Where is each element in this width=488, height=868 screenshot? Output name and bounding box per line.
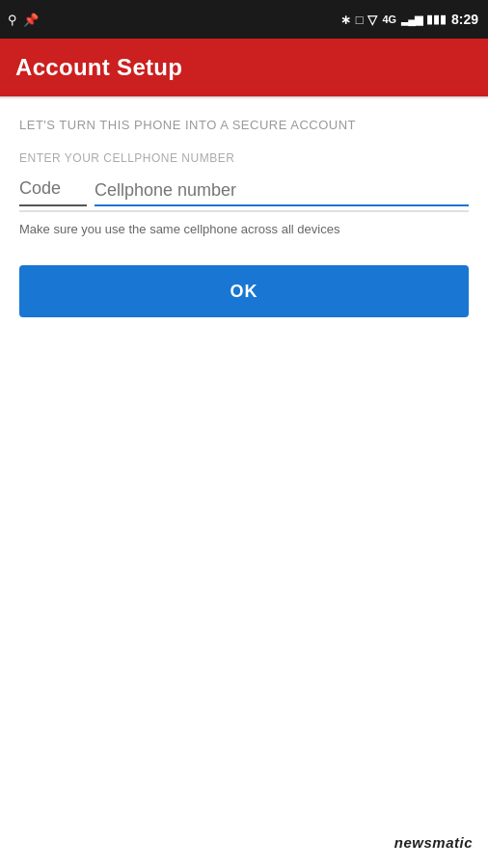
status-time: 8:29 (451, 12, 478, 27)
app-bar: Account Setup (0, 39, 488, 96)
content-area: LET'S TURN THIS PHONE INTO A SECURE ACCO… (0, 98, 488, 317)
4g-icon: 4G (382, 14, 396, 25)
pin-icon: 📌 (23, 13, 39, 27)
helper-text: Make sure you use the same cellphone acr… (19, 222, 469, 236)
status-bar-left: ⚲ 📌 (8, 13, 39, 27)
battery-icon: ▮▮▮ (426, 13, 447, 26)
ok-button[interactable]: OK (19, 265, 469, 317)
field-label: ENTER YOUR CELLPHONE NUMBER (19, 151, 469, 165)
section-title: LET'S TURN THIS PHONE INTO A SECURE ACCO… (19, 118, 469, 132)
code-input-wrapper (19, 175, 87, 206)
location-icon: ⚲ (8, 13, 17, 27)
signal-icon: □ (356, 13, 364, 27)
wifi-icon: ▽ (367, 13, 377, 27)
status-bar-right: ∗ □ ▽ 4G ▂▄▆ ▮▮▮ 8:29 (340, 12, 478, 27)
branding: newsmatic (394, 834, 473, 851)
country-code-input[interactable] (19, 175, 87, 203)
status-bar: ⚲ 📌 ∗ □ ▽ 4G ▂▄▆ ▮▮▮ 8:29 (0, 0, 488, 39)
phone-number-input[interactable] (95, 176, 469, 206)
signal-bars-icon: ▂▄▆ (401, 14, 421, 26)
phone-input-container (95, 176, 469, 206)
bluetooth-icon: ∗ (340, 13, 351, 27)
app-bar-title: Account Setup (15, 54, 182, 81)
phone-input-row (19, 175, 469, 212)
